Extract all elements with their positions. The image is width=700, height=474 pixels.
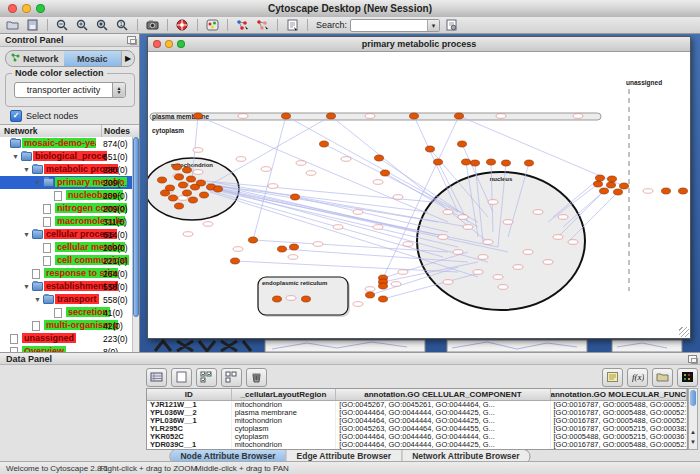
tree-scrollbar[interactable] bbox=[132, 137, 139, 352]
network-window-titlebar[interactable]: primary metabolic process bbox=[148, 37, 690, 52]
tree-row[interactable]: Overview8(0) bbox=[0, 345, 132, 352]
network-node[interactable] bbox=[426, 146, 435, 152]
network-node[interactable] bbox=[379, 296, 388, 302]
zoom-out-icon[interactable] bbox=[54, 18, 71, 32]
resize-grip[interactable] bbox=[679, 327, 689, 337]
network-node[interactable] bbox=[161, 190, 170, 196]
scroll-down-icon[interactable]: ▼ bbox=[689, 439, 697, 445]
network-node[interactable] bbox=[197, 180, 206, 186]
network-node[interactable] bbox=[379, 283, 388, 289]
network-node[interactable] bbox=[320, 141, 329, 147]
hide-selected-icon[interactable] bbox=[254, 18, 271, 32]
tab-network[interactable]: Network bbox=[6, 51, 64, 66]
zoom-selected-icon[interactable] bbox=[94, 18, 111, 32]
attribute-panel-icon[interactable] bbox=[146, 368, 167, 387]
tree-row[interactable]: macromolecule311(0) bbox=[0, 215, 132, 228]
network-node[interactable] bbox=[381, 170, 390, 176]
tree-row[interactable]: ▼cellular process614(0) bbox=[0, 228, 132, 241]
search-input[interactable]: ▾ bbox=[350, 19, 440, 32]
network-node[interactable] bbox=[458, 141, 467, 147]
network-node[interactable] bbox=[183, 190, 192, 196]
network-node[interactable] bbox=[375, 155, 384, 161]
snapshot-camera-icon[interactable] bbox=[144, 18, 161, 32]
table-row[interactable]: YJR121W__1mitochondrion[GO:0045267, GO:0… bbox=[147, 401, 687, 409]
tree-row[interactable]: ▼primary metabo209(... bbox=[0, 176, 132, 189]
network-node[interactable] bbox=[187, 176, 196, 182]
select-first-neighbors-icon[interactable] bbox=[234, 18, 251, 32]
network-node[interactable] bbox=[282, 113, 291, 119]
network-node[interactable] bbox=[455, 113, 464, 119]
network-node[interactable] bbox=[169, 195, 178, 201]
tab-overflow-arrow-icon[interactable]: ▶ bbox=[121, 51, 134, 66]
network-node[interactable] bbox=[410, 113, 419, 119]
table-scrollbar-thumb[interactable] bbox=[690, 390, 696, 406]
column-header[interactable]: annotation.GO MOLECULAR_FUNCTION bbox=[551, 389, 688, 400]
table-scrollbar[interactable]: ▲ ▼ bbox=[688, 388, 698, 450]
tree-row[interactable]: secretion41(0) bbox=[0, 306, 132, 319]
tree-row[interactable]: ▼biological_process651(0) bbox=[0, 150, 132, 163]
attribute-matrix-icon[interactable] bbox=[677, 368, 698, 387]
scroll-up-icon[interactable]: ▲ bbox=[689, 429, 697, 435]
tree-scrollbar-thumb[interactable] bbox=[133, 137, 139, 317]
network-node[interactable] bbox=[194, 113, 203, 119]
network-node[interactable] bbox=[487, 159, 496, 165]
column-header[interactable]: ID bbox=[147, 389, 232, 400]
network-node[interactable] bbox=[434, 159, 443, 165]
network-node[interactable] bbox=[462, 159, 471, 165]
open-file-icon[interactable] bbox=[4, 18, 21, 32]
tree-row[interactable]: mosaic-demo-yeast874(0) bbox=[0, 137, 132, 150]
vizmapper-icon[interactable] bbox=[204, 18, 221, 32]
network-node[interactable] bbox=[214, 186, 223, 192]
zoom-in-icon[interactable] bbox=[74, 18, 91, 32]
search-options-icon[interactable] bbox=[443, 18, 460, 32]
table-row[interactable]: YPL036W__1mitochondrion[GO:0044464, GO:0… bbox=[147, 417, 687, 425]
unselect-attributes-icon[interactable] bbox=[221, 368, 242, 387]
network-node[interactable] bbox=[662, 188, 671, 194]
network-node[interactable] bbox=[200, 192, 209, 198]
network-node[interactable] bbox=[607, 182, 616, 188]
annotation-icon[interactable] bbox=[284, 18, 301, 32]
network-node[interactable] bbox=[614, 189, 623, 195]
tree-row[interactable]: ▼metabolic process280(0) bbox=[0, 163, 132, 176]
table-row[interactable]: YKR052Ccytoplasm[GO:0044464, GO:0044446,… bbox=[147, 433, 687, 441]
expand-arrow-icon[interactable]: ▼ bbox=[34, 179, 41, 186]
tree-column-nodes[interactable]: Nodes bbox=[102, 125, 139, 137]
tree-row[interactable]: multi-organism pro42(0) bbox=[0, 319, 132, 332]
select-attributes-icon[interactable] bbox=[196, 368, 217, 387]
network-node[interactable] bbox=[327, 113, 336, 119]
network-node[interactable] bbox=[273, 296, 282, 302]
tree-column-network[interactable]: Network bbox=[0, 125, 102, 137]
tree-row[interactable]: unassigned223(0) bbox=[0, 332, 132, 345]
expand-arrow-icon[interactable]: ▼ bbox=[12, 153, 19, 160]
table-row[interactable]: YDR039C__1mitochondrion[GO:0044464, GO:0… bbox=[147, 441, 687, 449]
network-node[interactable] bbox=[231, 258, 240, 264]
network-node[interactable] bbox=[183, 167, 192, 173]
tab-mosaic[interactable]: Mosaic bbox=[64, 51, 122, 66]
network-node[interactable] bbox=[525, 160, 534, 166]
column-header[interactable]: _cellularLayoutRegion bbox=[232, 389, 337, 400]
save-icon[interactable] bbox=[24, 18, 41, 32]
formula-builder-icon[interactable]: f(x) bbox=[627, 368, 648, 387]
network-node[interactable] bbox=[189, 197, 198, 203]
expand-arrow-icon[interactable]: ▼ bbox=[23, 166, 30, 173]
network-canvas[interactable]: plasma membranecytoplasmmitochondrionnuc… bbox=[148, 52, 690, 338]
expand-arrow-icon[interactable]: ▼ bbox=[23, 283, 30, 290]
network-node[interactable] bbox=[502, 160, 511, 166]
network-node[interactable] bbox=[594, 181, 603, 187]
network-node[interactable] bbox=[291, 194, 300, 200]
zoom-fit-icon[interactable]: 1 bbox=[114, 18, 131, 32]
network-node[interactable] bbox=[175, 203, 184, 209]
help-lifesaver-icon[interactable] bbox=[174, 18, 191, 32]
expand-arrow-icon[interactable]: ▼ bbox=[34, 296, 41, 303]
network-node[interactable] bbox=[471, 160, 480, 166]
tree-row[interactable]: cellular metabo209(0) bbox=[0, 241, 132, 254]
table-row[interactable]: YPL036W__2plasma membrane[GO:0044464, GO… bbox=[147, 409, 687, 417]
network-node[interactable] bbox=[290, 244, 299, 250]
network-node[interactable] bbox=[600, 188, 609, 194]
network-node[interactable] bbox=[620, 183, 629, 189]
network-node[interactable] bbox=[366, 292, 375, 298]
float-panel-icon[interactable] bbox=[127, 36, 136, 44]
tree-row[interactable]: nitrogen compo209(0) bbox=[0, 202, 132, 215]
import-attributes-icon[interactable] bbox=[652, 368, 673, 387]
network-graph-svg[interactable]: plasma membranecytoplasmmitochondrionnuc… bbox=[148, 52, 690, 338]
